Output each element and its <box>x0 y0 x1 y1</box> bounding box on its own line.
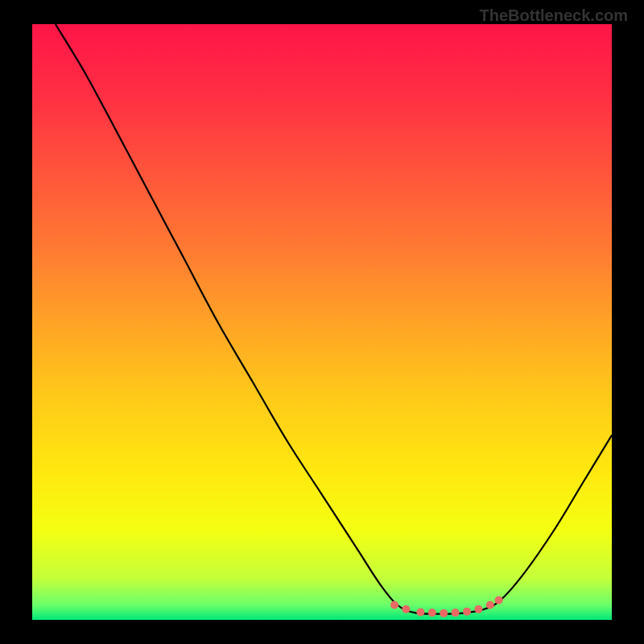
chart-container: TheBottleneck.com <box>0 0 644 644</box>
optimal-dot <box>416 608 424 616</box>
optimal-dot <box>486 601 494 609</box>
optimal-dot <box>495 597 503 605</box>
plot-area <box>32 24 612 620</box>
watermark-text: TheBottleneck.com <box>480 6 628 25</box>
chart-svg <box>32 24 612 620</box>
optimal-dot <box>452 609 460 617</box>
gradient-background <box>32 24 612 620</box>
optimal-dot <box>463 608 471 616</box>
optimal-dot <box>440 609 448 617</box>
optimal-dot <box>390 601 398 609</box>
optimal-dot <box>428 609 436 617</box>
optimal-dot <box>474 605 482 613</box>
optimal-dot <box>402 605 410 613</box>
